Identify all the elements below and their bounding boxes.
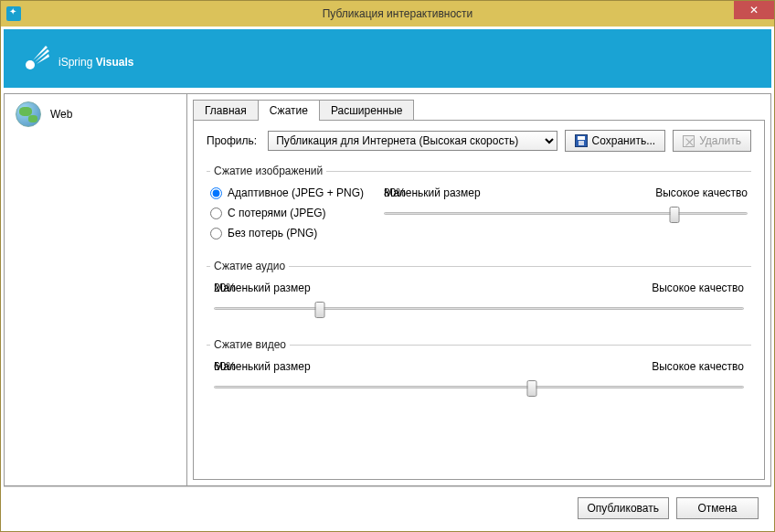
slider-track [384, 212, 748, 215]
label-small-size: Маленький размер [384, 186, 481, 199]
radio-adaptive[interactable]: Адаптивное (JPEG + PNG) [210, 186, 375, 199]
sidebar: Web [4, 93, 186, 486]
slider-thumb[interactable] [527, 380, 537, 397]
dialog-body: Web Главная Сжатие Расширенные Профиль: … [1, 90, 774, 486]
main-panel: Главная Сжатие Расширенные Профиль: Публ… [186, 93, 771, 486]
tab-strip: Главная Сжатие Расширенные [193, 100, 770, 121]
brand-text: iSpring Visuals [58, 46, 134, 71]
radio-lossy[interactable]: С потерями (JPEG) [210, 207, 375, 219]
video-slider-labels: Маленький размер 60% Высокое качество [214, 360, 744, 375]
group-image-legend: Сжатие изображений [210, 165, 326, 177]
window-title: Публикация интерактивности [21, 7, 774, 20]
video-quality-slider[interactable] [214, 378, 744, 397]
audio-quality-slider[interactable] [214, 300, 744, 318]
group-video-legend: Сжатие видео [210, 338, 290, 351]
app-icon [6, 6, 21, 21]
sidebar-item-label: Web [50, 108, 72, 121]
delete-button-label: Удалить [699, 134, 741, 147]
image-slider-block: Маленький размер 80% Высокое качество [384, 186, 748, 223]
slider-track [214, 307, 744, 310]
delete-icon [683, 135, 695, 147]
slider-thumb[interactable] [315, 302, 325, 318]
dialog-window: Публикация интерактивности ✕ iSpring Vis… [0, 0, 775, 532]
label-small-size: Маленький размер [214, 360, 311, 373]
profile-select[interactable]: Публикация для Интернета (Высокая скорос… [268, 131, 557, 151]
delete-profile-button: Удалить [673, 130, 751, 152]
save-icon [575, 134, 588, 147]
label-small-size: Маленький размер [214, 282, 311, 294]
brand-part2: Visuals [96, 56, 134, 69]
brand-banner: iSpring Visuals [4, 29, 771, 88]
label-high-quality: Высокое качество [655, 186, 748, 199]
globe-icon [16, 101, 41, 127]
label-high-quality: Высокое качество [652, 360, 744, 373]
image-radio-group: Адаптивное (JPEG + PNG) С потерями (JPEG… [210, 186, 375, 239]
profile-row: Профиль: Публикация для Интернета (Высок… [207, 130, 751, 152]
video-slider-block: Маленький размер 60% Высокое качество [210, 360, 748, 397]
group-audio-legend: Сжатие аудио [210, 260, 289, 272]
image-quality-slider[interactable] [384, 205, 748, 223]
group-video-compression: Сжатие видео Маленький размер 60% Высоко… [207, 338, 751, 411]
tab-compress[interactable]: Сжатие [258, 100, 320, 121]
audio-slider-labels: Маленький размер 20% Высокое качество [214, 282, 744, 296]
dialog-footer: Опубликовать Отмена [4, 486, 771, 528]
group-image-compression: Сжатие изображений Адаптивное (JPEG + PN… [207, 165, 751, 254]
publish-button[interactable]: Опубликовать [578, 497, 669, 519]
slider-thumb[interactable] [670, 207, 680, 223]
svg-point-0 [26, 60, 35, 69]
profile-label: Профиль: [207, 134, 257, 147]
tab-pane-compress: Профиль: Публикация для Интернета (Высок… [193, 120, 765, 480]
save-profile-button[interactable]: Сохранить... [565, 130, 666, 152]
close-button[interactable]: ✕ [734, 1, 774, 19]
sidebar-item-web[interactable]: Web [5, 94, 186, 134]
cancel-button[interactable]: Отмена [676, 497, 759, 519]
audio-slider-block: Маленький размер 20% Высокое качество [210, 282, 748, 318]
radio-lossless[interactable]: Без потерь (PNG) [210, 227, 375, 239]
label-high-quality: Высокое качество [652, 282, 744, 294]
slider-track [214, 386, 744, 388]
brand-part1: iSpring [58, 56, 96, 69]
tab-main[interactable]: Главная [193, 100, 259, 121]
save-button-label: Сохранить... [592, 134, 656, 147]
tab-advanced[interactable]: Расширенные [319, 100, 415, 121]
shuttlecock-icon [22, 44, 51, 73]
group-audio-compression: Сжатие аудио Маленький размер 20% Высоко… [207, 260, 751, 333]
image-slider-labels: Маленький размер 80% Высокое качество [384, 186, 748, 201]
titlebar: Публикация интерактивности ✕ [1, 1, 774, 27]
